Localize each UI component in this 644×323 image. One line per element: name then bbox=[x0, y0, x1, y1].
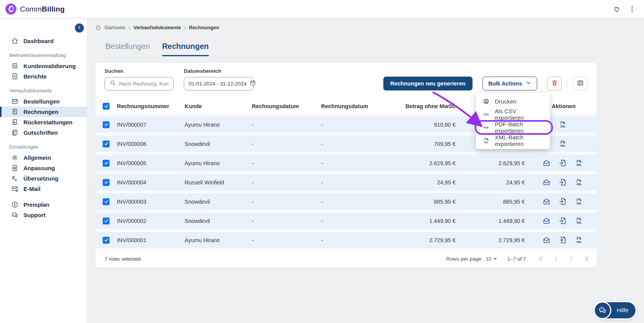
xml-file-icon[interactable]: XML bbox=[559, 120, 567, 129]
cell-amount-excl: 24,95 € bbox=[390, 179, 456, 186]
row-checkbox[interactable] bbox=[103, 121, 110, 128]
row-checkbox[interactable] bbox=[103, 198, 110, 205]
xml-file-icon[interactable]: XML bbox=[575, 197, 583, 206]
tab-rechnungen[interactable]: Rechnungen bbox=[162, 42, 209, 56]
sidebar-section-title: Verkaufsdokumente bbox=[0, 82, 87, 96]
sidebar-item-rechnungen[interactable]: € Rechnungen bbox=[0, 107, 87, 117]
sidebar-item-bestellungen[interactable]: Bestellungen bbox=[0, 96, 87, 107]
svg-text:CSV: CSV bbox=[483, 113, 489, 116]
heart-icon[interactable] bbox=[612, 5, 621, 13]
bulk-actions-button[interactable]: Bulk Actions bbox=[483, 77, 537, 90]
select-all-checkbox[interactable] bbox=[103, 103, 110, 110]
sidebar-item-e-mail[interactable]: E-Mail bbox=[0, 184, 87, 194]
export-icon[interactable] bbox=[559, 217, 567, 225]
cell-invoice-number: INV/000005 bbox=[117, 160, 185, 166]
mail-icon[interactable] bbox=[542, 236, 551, 244]
sidebar-item-label: Kundenvalidierung bbox=[23, 63, 76, 69]
date-range-input[interactable]: 01-01-2024 - 31-12-2024 bbox=[184, 77, 254, 90]
cell-invoice-date: - bbox=[252, 122, 321, 128]
first-page-icon[interactable] bbox=[537, 254, 546, 263]
caret-down-icon bbox=[493, 258, 497, 260]
breadcrumb-item-verkaufsdokumente[interactable]: Verkaufsdokumente bbox=[133, 25, 181, 30]
last-page-icon[interactable] bbox=[581, 254, 590, 263]
delete-button[interactable] bbox=[547, 77, 562, 90]
sidebar-item--bersetzung[interactable]: A Übersetzung bbox=[0, 173, 87, 184]
chevron-left-icon bbox=[77, 25, 82, 32]
sidebar-item-r-ckerstattungen[interactable]: Rückerstattungen bbox=[0, 117, 87, 127]
col-betrag-ohne-mwst[interactable]: Betrag ohne MwSt. bbox=[390, 103, 456, 109]
col-kunde[interactable]: Kunde bbox=[185, 103, 252, 109]
menu-item-drucken[interactable]: Drucken bbox=[476, 95, 550, 108]
gear-icon bbox=[11, 154, 18, 162]
sidebar-item-anpassung[interactable]: Anpassung bbox=[0, 163, 87, 173]
sidebar-item-preisplan[interactable]: € Preisplan bbox=[0, 199, 87, 210]
sidebar-item-kundenvalidierung[interactable]: % Kundenvalidierung bbox=[0, 61, 87, 71]
menu-item-xml-batch-exportieren[interactable]: XML XML-Batch exportieren bbox=[476, 134, 550, 147]
kebab-menu-icon[interactable] bbox=[628, 5, 636, 13]
cell-customer: Ayumu Hirano bbox=[185, 122, 252, 128]
cell-invoice-number: INV/000004 bbox=[117, 179, 185, 186]
svg-text:XML: XML bbox=[560, 125, 566, 128]
help-button[interactable]: Hilfe bbox=[597, 302, 636, 318]
mail-icon[interactable] bbox=[542, 197, 551, 206]
col-rechnungsnummer[interactable]: Rechnungsnummer bbox=[117, 103, 185, 109]
cell-invoice-number: INV/000002 bbox=[117, 218, 185, 224]
col-rechnungsdatum-2[interactable]: Rechnungsdatum bbox=[321, 103, 390, 109]
sidebar-collapse-button[interactable] bbox=[75, 23, 84, 32]
cell-invoice-date: - bbox=[252, 179, 321, 186]
menu-item-pdf-batch-exportieren[interactable]: PDF PDF-Batch exportieren bbox=[476, 121, 550, 134]
mail-icon[interactable] bbox=[542, 217, 551, 225]
export-icon[interactable] bbox=[559, 197, 567, 206]
trash-icon bbox=[551, 79, 558, 88]
sidebar-item-berichte[interactable]: Berichte bbox=[0, 71, 87, 82]
breadcrumb-item-rechnungen[interactable]: Rechnungen bbox=[189, 25, 219, 30]
tab-bestellungen[interactable]: Bestellungen bbox=[105, 42, 150, 56]
main-content: Startseite › Verkaufsdokumente › Rechnun… bbox=[88, 18, 644, 323]
row-checkbox[interactable] bbox=[103, 179, 110, 186]
columns-button[interactable] bbox=[573, 77, 587, 90]
sidebar-item-allgemein[interactable]: Allgemein bbox=[0, 152, 87, 163]
cell-amount-incl: 885,95 € bbox=[456, 199, 525, 205]
search-label: Suchen bbox=[105, 68, 174, 74]
xml-file-icon[interactable]: XML bbox=[575, 217, 583, 225]
row-checkbox[interactable] bbox=[103, 160, 110, 167]
cell-due-date: - bbox=[321, 160, 390, 166]
export-icon[interactable] bbox=[559, 178, 567, 186]
cell-amount-incl: 2.629,95 € bbox=[456, 160, 525, 166]
sidebar-item-label: Rückerstattungen bbox=[23, 119, 73, 126]
row-checkbox[interactable] bbox=[103, 141, 110, 147]
row-checkbox[interactable] bbox=[103, 218, 110, 224]
sidebar-item-dashboard[interactable]: Dashboard bbox=[0, 36, 87, 46]
breadcrumb-item-startseite[interactable]: Startseite bbox=[104, 25, 125, 30]
cell-due-date: - bbox=[321, 179, 390, 186]
xml-file-icon[interactable]: XML bbox=[575, 178, 583, 186]
rows-per-page-select[interactable]: 10 bbox=[486, 256, 497, 262]
help-label: Hilfe bbox=[617, 307, 629, 314]
sidebar-item-gutschriften[interactable]: Gutschriften bbox=[0, 127, 87, 138]
mail-icon[interactable] bbox=[542, 178, 551, 186]
menu-item-als-csv-exportieren[interactable]: CSV Als CSV exportieren bbox=[476, 108, 550, 121]
xml-file-icon[interactable]: XML bbox=[559, 140, 567, 148]
export-icon[interactable] bbox=[559, 236, 567, 244]
xml-file-icon[interactable]: XML bbox=[575, 159, 583, 167]
row-checkbox[interactable] bbox=[103, 237, 110, 244]
app-logo[interactable]: CommBilling bbox=[5, 3, 65, 15]
toolbar-divider bbox=[567, 79, 567, 89]
search-input[interactable] bbox=[119, 81, 169, 87]
sidebar-item-support[interactable]: Support bbox=[0, 210, 87, 220]
sidebar-nav: Dashboard Mehrwertsteuerverwaltung % Kun… bbox=[0, 19, 87, 220]
prev-page-icon[interactable] bbox=[552, 254, 561, 263]
sidebar-item-label: Berichte bbox=[23, 73, 47, 80]
sidebar-item-label: Anpassung bbox=[23, 165, 55, 171]
generate-invoices-button[interactable]: Rechnungen neu generieren bbox=[383, 77, 473, 90]
breadcrumb-separator: › bbox=[184, 25, 186, 30]
cell-invoice-date: - bbox=[252, 237, 321, 243]
cell-amount-incl: 24,95 € bbox=[456, 179, 525, 186]
table-row: INV/000001 Ayumu Hirano - - 2.729,95 € 2… bbox=[95, 230, 597, 249]
search-icon bbox=[110, 80, 116, 88]
export-icon[interactable] bbox=[559, 159, 567, 167]
next-page-icon[interactable] bbox=[567, 254, 575, 263]
col-rechnungsdatum[interactable]: Rechnungsdatum bbox=[252, 103, 321, 109]
xml-file-icon[interactable]: XML bbox=[575, 236, 583, 244]
mail-icon[interactable] bbox=[542, 159, 551, 167]
